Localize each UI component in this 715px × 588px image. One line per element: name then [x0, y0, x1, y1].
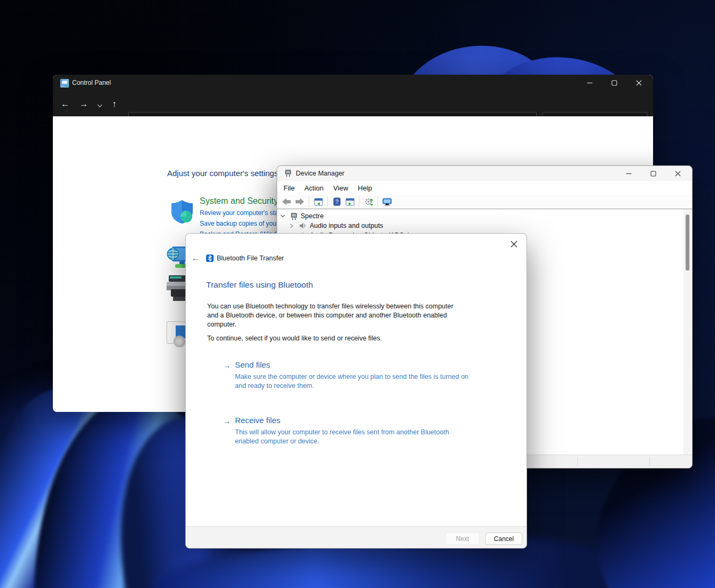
control-panel-titlebar[interactable]: Control Panel: [53, 75, 653, 91]
control-panel-chrome: Control Panel ← → ↑: [53, 75, 653, 116]
dialog-title: Bluetooth File Transfer: [217, 255, 284, 262]
close-button[interactable]: [626, 75, 651, 91]
toolbar-scan-hardware-icon[interactable]: [362, 196, 375, 208]
toolbar-separator: [327, 196, 328, 207]
menu-view[interactable]: View: [328, 182, 353, 194]
vertical-scrollbar[interactable]: [683, 209, 692, 455]
toolbar-separator: [359, 196, 359, 207]
menu-action[interactable]: Action: [300, 182, 328, 194]
cancel-button[interactable]: Cancel: [485, 533, 522, 545]
control-panel-app-icon: [60, 79, 69, 88]
desktop: Control Panel ← → ↑: [0, 0, 715, 588]
back-icon[interactable]: ←: [191, 253, 200, 264]
send-files-command-link[interactable]: → Send files Make sure the computer or d…: [223, 360, 522, 391]
control-panel-window-title: Control Panel: [72, 79, 111, 86]
back-icon[interactable]: ←: [61, 100, 69, 108]
speaker-icon: [299, 222, 307, 230]
chevron-right-icon[interactable]: [290, 224, 293, 228]
minimize-button[interactable]: [577, 75, 602, 91]
recent-pages-chevron-icon[interactable]: [97, 101, 103, 109]
statusbar-separator: [577, 457, 578, 466]
tree-item-spectre[interactable]: Spectre: [280, 211, 324, 221]
toolbar-computer-icon[interactable]: [381, 196, 394, 208]
wizard-intro-text: You can use Bluetooth technology to tran…: [207, 302, 465, 329]
wizard-heading: Transfer files using Bluetooth: [206, 280, 313, 290]
menu-help[interactable]: Help: [353, 182, 377, 194]
scrollbar-thumb[interactable]: [686, 214, 689, 271]
device-manager-window-title: Device Manager: [296, 170, 344, 177]
wizard-prompt-text: To continue, select if you would like to…: [207, 335, 465, 342]
programs-icon-disc: [174, 336, 185, 347]
computer-icon: [290, 212, 298, 220]
next-button[interactable]: Next: [445, 533, 480, 545]
menu-file[interactable]: File: [279, 182, 300, 194]
device-manager-menubar: File Action View Help: [277, 181, 692, 195]
page-title: Adjust your computer's settings: [167, 169, 278, 178]
bluetooth-icon: [206, 255, 214, 262]
close-icon[interactable]: [505, 237, 522, 251]
toolbar-properties-icon[interactable]: [343, 196, 356, 208]
up-icon[interactable]: ↑: [112, 100, 116, 108]
arrow-right-icon: →: [223, 416, 231, 425]
maximize-button[interactable]: [602, 75, 626, 91]
close-button[interactable]: [665, 166, 690, 181]
receive-files-command-link[interactable]: → Receive files This will allow your com…: [223, 416, 522, 446]
maximize-button[interactable]: [641, 166, 665, 181]
svg-text:?: ?: [335, 199, 339, 205]
toolbar-forward-icon[interactable]: [293, 196, 306, 208]
arrow-right-icon: →: [223, 361, 231, 370]
tree-item-audio-inputs[interactable]: Audio inputs and outputs: [290, 221, 383, 231]
category-system-and-security[interactable]: System and Security: [200, 196, 278, 205]
control-panel-toolbar: ← → ↑ Control Panel: [53, 91, 653, 116]
device-manager-titlebar[interactable]: Device Manager: [277, 166, 692, 181]
toolbar-separator: [309, 196, 309, 207]
forward-icon[interactable]: →: [80, 100, 88, 108]
statusbar-separator: [649, 457, 650, 466]
minimize-button[interactable]: [616, 166, 641, 181]
system-security-shield-icon[interactable]: [170, 199, 194, 227]
chevron-down-icon[interactable]: [280, 214, 285, 218]
toolbar-show-console-tree-icon[interactable]: [312, 196, 325, 208]
bluetooth-file-transfer-dialog: ← Bluetooth File Transfer Transfer files…: [185, 233, 527, 549]
toolbar-separator: [378, 196, 378, 207]
toolbar-help-icon[interactable]: ?: [331, 196, 343, 208]
device-manager-app-icon: [284, 169, 292, 177]
toolbar-back-icon[interactable]: [280, 196, 293, 208]
device-manager-toolbar: ?: [277, 195, 692, 209]
